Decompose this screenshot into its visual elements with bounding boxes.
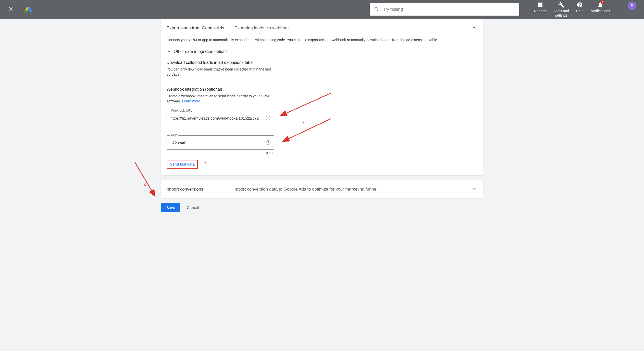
other-options-toggle[interactable]: Other data integration options — [167, 49, 477, 54]
webhook-heading: Webhook integration (optional) — [167, 87, 477, 92]
chevron-up-icon — [471, 24, 477, 31]
annotation-4: 4 — [144, 182, 147, 188]
tools-settings-button[interactable]: Tools and settings — [554, 2, 569, 18]
import-conversions-card[interactable]: Import conversions Import conversion dat… — [160, 180, 484, 199]
search-icon — [374, 7, 379, 12]
download-heading: Download collected leads in ad extension… — [167, 60, 477, 65]
export-subtitle: Exporting leads via webhook — [234, 26, 290, 31]
header-actions: Reports Tools and settings Help ! Notifi… — [534, 2, 636, 18]
search-box[interactable] — [370, 3, 519, 16]
export-title: Export leads from Google Ads — [167, 26, 224, 31]
header-divider — [619, 2, 619, 11]
webhook-url-field: Webhook URL ? — [167, 111, 274, 125]
export-leads-card: Export leads from Google Ads Exporting l… — [160, 19, 484, 176]
collapse-toggle[interactable] — [471, 24, 477, 32]
app-header: Reports Tools and settings Help ! Notifi… — [0, 0, 644, 19]
cancel-button[interactable]: Cancel — [187, 205, 199, 210]
google-ads-logo — [24, 5, 33, 14]
expand-toggle[interactable] — [471, 185, 477, 193]
search-input[interactable] — [383, 7, 515, 12]
help-icon[interactable]: ? — [266, 140, 270, 145]
import-title: Import conversions — [167, 187, 233, 192]
key-char-counter: 8 / 50 — [167, 151, 274, 155]
help-icon — [577, 2, 583, 8]
webhook-key-label: Key — [170, 133, 178, 137]
annotation-1: 1 — [301, 96, 304, 101]
chevron-up-icon — [167, 49, 172, 54]
webhook-url-input[interactable] — [170, 116, 264, 120]
import-desc: Import conversion data to Google Ads to … — [233, 187, 377, 192]
export-description: Connect your CRM or app to automatically… — [167, 38, 477, 42]
webhook-section: Webhook integration (optional) Create a … — [167, 87, 477, 169]
user-avatar[interactable]: S — [628, 2, 636, 10]
close-icon[interactable] — [8, 6, 14, 13]
webhook-url-label: Webhook URL — [170, 109, 194, 112]
webhook-desc: Create a webhook integration to send lea… — [167, 94, 271, 104]
send-test-data-button[interactable]: Send test data — [167, 160, 198, 169]
chevron-down-icon — [471, 185, 477, 192]
webhook-key-input[interactable] — [170, 141, 264, 145]
annotation-2: 2 — [301, 121, 304, 126]
wrench-icon — [558, 2, 564, 8]
page-content: Export leads from Google Ads Exporting l… — [158, 19, 486, 217]
webhook-key-field: Key ? — [167, 135, 274, 150]
help-button[interactable]: Help — [576, 2, 584, 13]
download-desc: You can only download leads that've been… — [167, 67, 271, 77]
download-section: Download collected leads in ad extension… — [167, 60, 477, 77]
notification-badge: ! — [601, 1, 604, 4]
help-icon[interactable]: ? — [266, 116, 270, 120]
notifications-button[interactable]: ! Notifications — [591, 2, 610, 13]
search-wrapper — [370, 3, 519, 16]
export-card-header: Export leads from Google Ads Exporting l… — [167, 24, 477, 32]
bell-icon: ! — [597, 2, 603, 8]
reports-icon — [537, 2, 543, 8]
reports-button[interactable]: Reports — [534, 2, 547, 13]
footer-actions: Save Cancel — [160, 203, 484, 212]
svg-point-0 — [24, 10, 27, 13]
learn-more-link[interactable]: Learn more — [182, 99, 201, 103]
save-button[interactable]: Save — [161, 203, 180, 212]
annotation-3: 3 — [204, 160, 206, 166]
svg-line-4 — [135, 162, 155, 196]
